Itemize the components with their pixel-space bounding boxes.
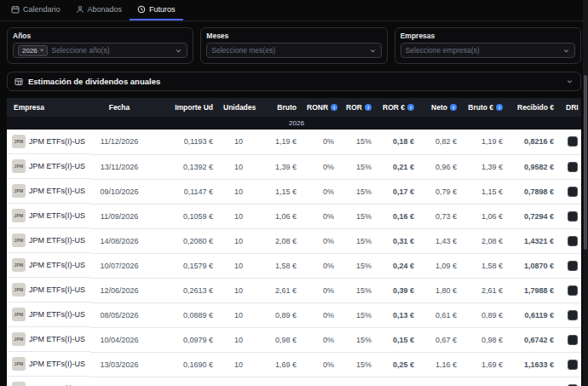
cell-dri: [559, 253, 581, 278]
cell-ror: 15%: [339, 278, 377, 302]
cell-recibido-eur: 0,8216 €: [508, 130, 559, 154]
dri-checkbox[interactable]: [568, 211, 578, 222]
tab-bar: Calendario Abonados Futuros: [0, 0, 588, 21]
main-content: Años 2026 Seleccione año(s) Meses Selecc…: [0, 21, 588, 386]
calendar-icon: [11, 5, 20, 14]
year-group-label: 2026: [7, 117, 581, 130]
table-row: JPM JPM ETFs(I)-US Eq.Ac.Prem 11/12/2026…: [7, 130, 581, 154]
cell-importe-ud: 0,1690 €: [148, 352, 218, 377]
cell-fecha: 11/12/2026: [90, 130, 148, 154]
dri-checkbox[interactable]: [568, 310, 578, 320]
dri-checkbox[interactable]: [568, 162, 578, 172]
cell-bruto-eur: 1,19 €: [462, 130, 508, 154]
cell-importe-ud: 0,0889 €: [148, 302, 218, 327]
cell-importe-ud: 0,1147 €: [148, 179, 218, 204]
company-cell: JPM JPM ETFs(I)-US Eq.Ac.Prem: [7, 352, 90, 377]
tab-label: Futuros: [149, 5, 176, 14]
cell-ror-eur: 0,24 €: [377, 253, 419, 278]
table-row: JPM JPM ETFs(I)-US Eq.Ac.Prem 13/02/2026…: [7, 377, 581, 386]
cell-ronr: 0%: [302, 327, 339, 352]
company-name: JPM ETFs(I)-US Eq.Ac.Prem: [29, 211, 85, 220]
table-row: JPM JPM ETFs(I)-US Eq.Ac.Prem 13/03/2026…: [7, 352, 581, 377]
years-select[interactable]: 2026 Seleccione año(s): [13, 43, 187, 58]
company-logo: JPM: [12, 233, 26, 247]
company-logo: JPM: [12, 308, 26, 321]
col-ror-eur: ROR €: [377, 98, 419, 117]
cell-unidades: 10: [218, 154, 259, 179]
info-icon[interactable]: [331, 104, 337, 111]
months-select[interactable]: Seleccione mes(es): [206, 43, 381, 58]
table-row: JPM JPM ETFs(I)-US Eq.Ac.Prem 08/05/2026…: [7, 302, 581, 327]
dri-checkbox[interactable]: [568, 360, 578, 370]
filters-row: Años 2026 Seleccione año(s) Meses Selecc…: [7, 27, 581, 64]
dri-checkbox[interactable]: [568, 136, 578, 147]
company-name: JPM ETFs(I)-US Eq.Ac.Prem: [29, 285, 85, 294]
vertical-scrollbar[interactable]: [583, 0, 588, 386]
year-chip[interactable]: 2026: [18, 45, 48, 56]
tab-abonados[interactable]: Abonados: [68, 0, 130, 20]
tab-label: Calendario: [23, 5, 61, 14]
cell-fecha: 13/03/2026: [90, 352, 148, 377]
col-dri: DRI: [559, 98, 581, 117]
cell-ror-eur: 0,13 €: [377, 377, 419, 386]
estimation-panel-header[interactable]: Estimación de dividendos anuales: [7, 72, 581, 91]
dividends-table: Empresa Fecha Importe Ud Unidades Bruto …: [7, 98, 581, 386]
cell-recibido-eur: 0,7898 €: [508, 179, 559, 204]
cell-bruto-eur: 0,98 €: [462, 327, 508, 352]
company-cell: JPM JPM ETFs(I)-US Eq.Ac.Prem: [7, 327, 90, 352]
cell-bruto-eur: 1,58 €: [462, 253, 508, 278]
cell-bruto: 0,89 €: [259, 302, 302, 327]
chevron-down-icon: [175, 47, 182, 55]
dri-checkbox[interactable]: [568, 236, 578, 246]
app-root: Calendario Abonados Futuros Años 2026 Se…: [0, 0, 588, 386]
cell-importe-ud: 0,0844 €: [148, 377, 218, 386]
cell-bruto: 0,98 €: [259, 327, 302, 352]
info-icon[interactable]: [407, 104, 414, 111]
info-icon[interactable]: [365, 104, 372, 111]
cell-fecha: 09/10/2026: [90, 179, 148, 204]
cell-dri: [559, 352, 581, 377]
cell-importe-ud: 0,1193 €: [148, 130, 218, 154]
cell-ror-eur: 0,13 €: [377, 302, 419, 327]
company-cell: JPM JPM ETFs(I)-US Eq.Ac.Prem: [7, 253, 90, 278]
dri-checkbox[interactable]: [568, 335, 578, 345]
info-icon[interactable]: [450, 104, 457, 111]
company-cell: JPM JPM ETFs(I)-US Eq.Ac.Prem: [7, 154, 90, 179]
years-placeholder: Seleccione año(s): [51, 46, 171, 55]
table-row: JPM JPM ETFs(I)-US Eq.Ac.Prem 11/09/2026…: [7, 204, 581, 228]
dri-checkbox[interactable]: [568, 285, 578, 296]
company-cell: JPM JPM ETFs(I)-US Eq.Ac.Prem: [7, 278, 90, 302]
dri-checkbox[interactable]: [568, 187, 578, 197]
scrollbar-thumb[interactable]: [584, 75, 587, 250]
cell-bruto: 1,06 €: [259, 204, 302, 228]
cell-bruto: 0,84 €: [259, 377, 302, 386]
cell-ror-eur: 0,17 €: [377, 179, 419, 204]
cell-bruto-eur: 0,89 €: [462, 302, 508, 327]
info-icon[interactable]: [496, 104, 503, 111]
cell-ror: 15%: [339, 204, 377, 228]
cell-bruto: 1,15 €: [259, 179, 302, 204]
company-name: JPM ETFs(I)-US Eq.Ac.Prem: [29, 335, 85, 343]
chip-remove-icon[interactable]: [40, 47, 44, 54]
filter-years: Años 2026 Seleccione año(s): [7, 27, 193, 64]
subscribers-icon: [76, 5, 84, 14]
company-logo: JPM: [12, 159, 26, 173]
company-cell: JPM JPM ETFs(I)-US Eq.Ac.Prem: [7, 130, 90, 154]
months-placeholder: Seleccione mes(es): [211, 46, 365, 55]
cell-unidades: 10: [218, 179, 259, 204]
cell-unidades: 10: [218, 204, 259, 228]
cell-unidades: 10: [218, 278, 259, 302]
cell-dri: [559, 302, 581, 327]
table-row: JPM JPM ETFs(I)-US Eq.Ac.Prem 10/04/2026…: [7, 327, 581, 352]
companies-select[interactable]: Seleccione empresa(s): [401, 43, 575, 58]
cell-recibido-eur: 0,6119 €: [508, 302, 559, 327]
tab-futuros[interactable]: Futuros: [130, 0, 183, 20]
table-row: JPM JPM ETFs(I)-US Eq.Ac.Prem 13/11/2026…: [7, 154, 581, 179]
years-label: Años: [13, 32, 187, 40]
cell-dri: [559, 179, 581, 204]
company-logo: JPM: [12, 135, 26, 148]
cell-fecha: 11/09/2026: [90, 204, 148, 228]
col-ror: ROR: [339, 98, 377, 117]
dri-checkbox[interactable]: [568, 261, 578, 271]
tab-calendario[interactable]: Calendario: [3, 0, 68, 20]
